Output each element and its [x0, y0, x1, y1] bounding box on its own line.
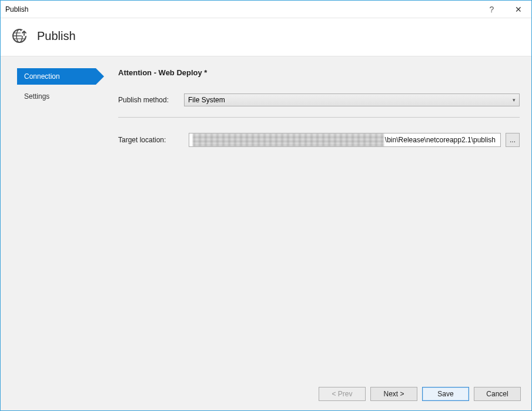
target-location-row: Target location: \bin\Release\netcoreapp… — [118, 133, 520, 147]
prev-button: < Prev — [319, 387, 366, 401]
titlebar: Publish ? ✕ — [1, 1, 531, 18]
redacted-path-segment — [193, 133, 384, 146]
help-button[interactable]: ? — [479, 1, 505, 18]
page-header: Publish — [1, 18, 531, 56]
content-panel: Attention - Web Deploy * Publish method:… — [98, 56, 531, 377]
sidebar-item-settings[interactable]: Settings — [17, 88, 98, 105]
next-button[interactable]: Next > — [370, 387, 417, 401]
target-location-input[interactable]: \bin\Release\netcoreapp2.1\publish — [189, 133, 501, 147]
footer: < Prev Next > Save Cancel — [1, 377, 531, 410]
sidebar: Connection Settings — [1, 56, 98, 377]
target-location-label: Target location: — [118, 136, 184, 144]
target-location-value: \bin\Release\netcoreapp2.1\publish — [385, 136, 497, 144]
save-button[interactable]: Save — [422, 387, 469, 401]
main-area: Connection Settings Attention - Web Depl… — [1, 56, 531, 377]
sidebar-item-connection[interactable]: Connection — [17, 68, 96, 85]
sidebar-item-label: Connection — [24, 72, 60, 81]
page-title: Publish — [37, 29, 76, 43]
chevron-down-icon: ▾ — [513, 97, 516, 103]
close-button[interactable]: ✕ — [505, 1, 531, 18]
window-title: Publish — [5, 5, 479, 14]
publish-method-row: Publish method: File System ▾ — [118, 93, 520, 106]
cancel-button[interactable]: Cancel — [474, 387, 521, 401]
sidebar-item-label: Settings — [24, 92, 49, 101]
divider — [118, 117, 520, 118]
content-heading: Attention - Web Deploy * — [118, 68, 520, 77]
publish-globe-icon — [11, 28, 28, 44]
publish-method-value: File System — [188, 96, 225, 104]
publish-method-select[interactable]: File System ▾ — [184, 93, 520, 106]
browse-button[interactable]: ... — [506, 133, 520, 147]
publish-method-label: Publish method: — [118, 96, 184, 104]
